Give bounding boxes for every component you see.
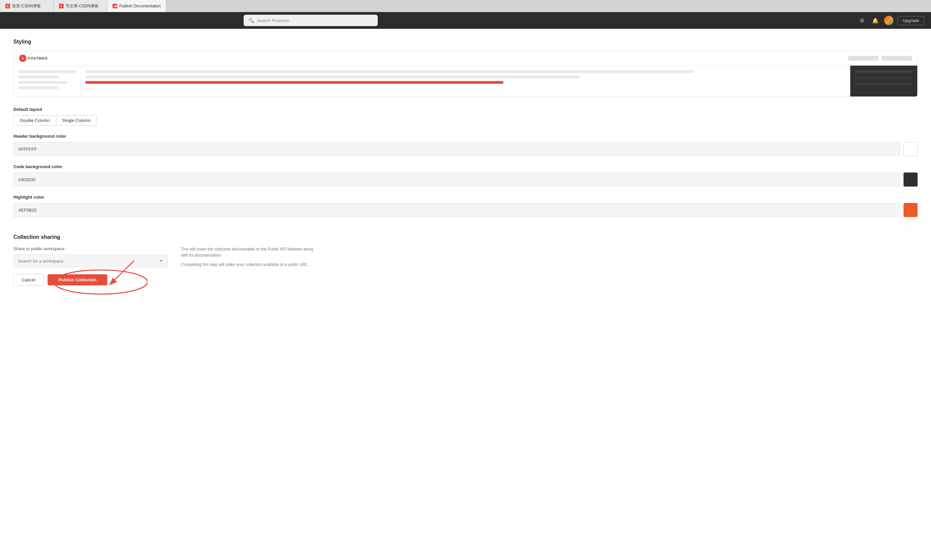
tab-label-csdn-write: 写文章-CSDN博客 [66, 3, 99, 9]
default-layout-section: Default layout Double Column Single Colu… [14, 107, 917, 126]
header-bg-swatch[interactable] [903, 142, 917, 156]
preview-pill-1 [848, 56, 879, 61]
annotation-area: Cancel Publish Collection [14, 274, 168, 286]
search-bar[interactable]: 🔍 Search Postman [244, 15, 378, 26]
cancel-button[interactable]: Cancel [14, 274, 43, 286]
code-bg-section: Code background color [14, 164, 917, 186]
preview-dark-line-1 [855, 70, 913, 73]
highlight-section: Highlight color [14, 195, 917, 217]
styling-title: Styling [14, 39, 917, 45]
preview-line-3 [18, 81, 67, 84]
share-sublabel: Share to public workspace [14, 246, 168, 251]
preview-main-line-2 [85, 76, 580, 78]
tab-favicon-publish: ◀ [113, 4, 117, 8]
preview-dark-line-3 [855, 82, 913, 85]
header-bg-input[interactable] [14, 142, 900, 156]
settings-icon[interactable]: ⚙ [857, 16, 867, 25]
tab-csdn-write[interactable]: C 写文章-CSDN博客 [54, 0, 107, 12]
postman-logo-icon [19, 55, 26, 62]
single-column-button[interactable]: Single Column [56, 115, 97, 126]
tab-favicon-csdn-home: C [5, 4, 10, 8]
highlight-field-row [14, 203, 917, 217]
publish-button[interactable]: Publish Collection [48, 274, 107, 285]
styling-section: Styling POSTMAN [14, 39, 917, 217]
info-text-2: Completing this step will make your coll… [181, 262, 315, 268]
preview-line-4 [18, 86, 59, 89]
avatar[interactable] [884, 16, 894, 25]
search-placeholder: Search Postman [257, 18, 289, 23]
main-content: Styling POSTMAN [0, 29, 931, 560]
tab-favicon-csdn-write: C [59, 4, 64, 8]
tab-csdn-home[interactable]: C 首页-CSDN博客 [0, 0, 54, 12]
preview-header-right [848, 56, 912, 61]
sharing-inner: Share to public workspace Search for a w… [14, 246, 917, 286]
tab-label-publish: Publish Documentation [119, 4, 160, 8]
collection-sharing-section: Collection sharing Share to public works… [14, 227, 917, 286]
sharing-right: This will make the collection discoverab… [181, 246, 315, 271]
header-bg-section: Header background color [14, 134, 917, 156]
preview-main-line-1 [85, 70, 694, 73]
preview-body [14, 66, 917, 97]
info-text-1: This will make the collection discoverab… [181, 246, 315, 258]
code-bg-input[interactable] [14, 172, 900, 186]
tab-label-csdn-home: 首页-CSDN博客 [12, 3, 41, 9]
highlight-swatch[interactable] [903, 203, 917, 217]
notifications-icon[interactable]: 🔔 [871, 16, 880, 25]
browser-tab-bar: C 首页-CSDN博客 C 写文章-CSDN博客 ◀ Publish Docum… [0, 0, 931, 12]
preview-dark-line-2 [855, 76, 913, 79]
layout-buttons: Double Column Single Column [14, 115, 917, 126]
preview-sidebar [14, 66, 81, 97]
code-bg-swatch[interactable] [903, 172, 917, 186]
double-column-button[interactable]: Double Column [14, 115, 56, 126]
upgrade-button[interactable]: Upgrade [897, 16, 924, 25]
highlight-input[interactable] [14, 203, 900, 217]
app-bar: 🔍 Search Postman ⚙ 🔔 Upgrade [0, 12, 931, 29]
preview-highlight-line [85, 81, 503, 84]
buttons-row: Cancel Publish Collection [14, 274, 168, 286]
preview-line-1 [18, 70, 76, 73]
preview-card: POSTMAN [14, 51, 917, 97]
header-bg-field-row [14, 142, 917, 156]
collection-sharing-title: Collection sharing [14, 234, 917, 240]
preview-main [81, 66, 850, 97]
workspace-dropdown[interactable]: Search for a workspace ▼ [14, 255, 168, 267]
code-bg-field-row [14, 172, 917, 186]
tab-publish-docs[interactable]: ◀ Publish Documentation [107, 0, 166, 12]
code-bg-label: Code background color [14, 164, 917, 169]
workspace-dropdown-text: Search for a workspace [18, 258, 64, 264]
preview-pill-2 [882, 56, 912, 61]
preview-dark-panel [850, 66, 917, 97]
postman-logo: POSTMAN [19, 55, 48, 62]
header-bg-label: Header background color [14, 134, 917, 138]
chevron-down-icon: ▼ [159, 258, 163, 263]
app-bar-actions: ⚙ 🔔 Upgrade [857, 16, 924, 25]
search-icon: 🔍 [248, 18, 254, 23]
sharing-left: Share to public workspace Search for a w… [14, 246, 168, 286]
highlight-label: Highlight color [14, 195, 917, 200]
preview-line-2 [18, 76, 59, 78]
postman-logo-text: POSTMAN [28, 56, 48, 60]
preview-header: POSTMAN [14, 51, 917, 66]
default-layout-label: Default layout [14, 107, 917, 112]
